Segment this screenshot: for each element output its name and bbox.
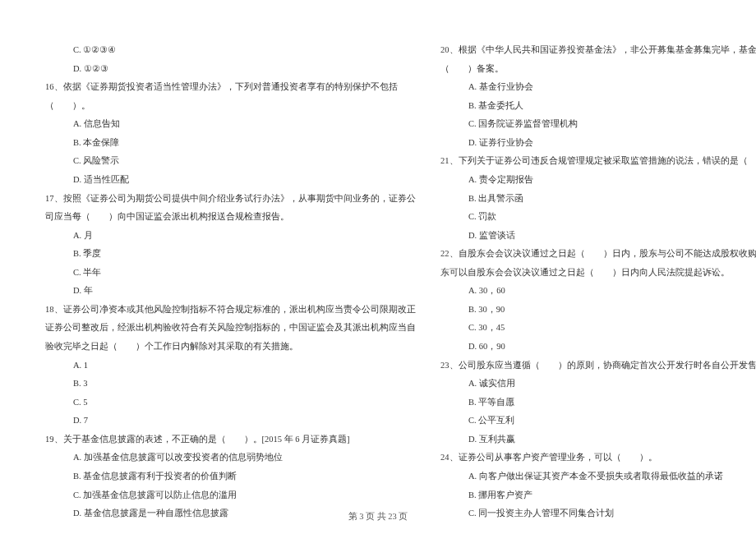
q18-stem-3: 验收完毕之日起（ ）个工作日内解除对其采取的有关措施。 <box>45 338 416 357</box>
q21-option-a: A. 责令定期报告 <box>440 171 756 190</box>
right-column: 20、根据《中华人民共和国证券投资基金法》，非公开募集基金募集完毕，基金管理人应… <box>440 41 756 501</box>
q17-option-b: B. 季度 <box>45 245 416 264</box>
q20-stem-1: 20、根据《中华人民共和国证券投资基金法》，非公开募集基金募集完毕，基金管理人应… <box>440 41 756 60</box>
q23-option-a: A. 诚实信用 <box>440 375 756 394</box>
q18-option-b: B. 3 <box>45 375 416 394</box>
q22-option-d: D. 60，90 <box>440 338 756 357</box>
q18-stem-2: 证券公司整改后，经派出机构验收符合有关风险控制指标的，中国证监会及其派出机构应当… <box>45 319 416 338</box>
q22-stem-1: 22、自股东会会议决议通过之日起（ ）日内，股东与公司不能达成股权收购协议 的，… <box>440 245 756 264</box>
q22-option-a: A. 30，60 <box>440 282 756 301</box>
q21-option-c: C. 罚款 <box>440 208 756 227</box>
q22-option-c: C. 30，45 <box>440 319 756 338</box>
q24-option-a: A. 向客户做出保证其资产本金不受损失或者取得最低收益的承诺 <box>440 467 756 486</box>
q22-option-b: B. 30，90 <box>440 301 756 320</box>
q18-stem-1: 18、证券公司净资本或其他风险控制指标不符合规定标准的，派出机构应当责令公司限期… <box>45 301 416 320</box>
q17-option-d: D. 年 <box>45 282 416 301</box>
q18-option-c: C. 5 <box>45 394 416 412</box>
q23-option-b: B. 平等自愿 <box>440 394 756 412</box>
q20-option-b: B. 基金委托人 <box>440 97 756 116</box>
q22-stem-2: 东可以自股东会会议决议通过之日起（ ）日内向人民法院提起诉讼。 <box>440 264 756 283</box>
q20-stem-2: （ ）备案。 <box>440 60 756 79</box>
q16-stem-2: （ ）。 <box>45 97 416 116</box>
q20-option-a: A. 基金行业协会 <box>440 78 756 97</box>
q16-stem-1: 16、依据《证券期货投资者适当性管理办法》，下列对普通投资者享有的特别保护不包括 <box>45 78 416 97</box>
q19-option-b: B. 基金信息披露有利于投资者的价值判断 <box>45 467 416 486</box>
left-column: C. ①②③④ D. ①②③ 16、依据《证券期货投资者适当性管理办法》，下列对… <box>45 41 416 501</box>
q17-stem-1: 17、按照《证券公司为期货公司提供中间介绍业务试行办法》，从事期货中间业务的，证… <box>45 190 416 209</box>
q23-option-c: C. 公平互利 <box>440 412 756 430</box>
q18-option-a: A. 1 <box>45 357 416 375</box>
q20-option-c: C. 国务院证券监督管理机构 <box>440 115 756 134</box>
q19-option-a: A. 加强基金信息披露可以改变投资者的信息弱势地位 <box>45 449 416 467</box>
q16-option-d: D. 适当性匹配 <box>45 171 416 190</box>
q19-stem-1: 19、关于基金信息披露的表述，不正确的是（ ）。[2015 年 6 月证券真题] <box>45 430 416 449</box>
option-c: C. ①②③④ <box>45 41 416 60</box>
q19-option-c: C. 加强基金信息披露可以防止信息的滥用 <box>45 486 416 505</box>
q17-option-a: A. 月 <box>45 227 416 246</box>
page-content: C. ①②③④ D. ①②③ 16、依据《证券期货投资者适当性管理办法》，下列对… <box>45 41 711 501</box>
q24-option-b: B. 挪用客户资产 <box>440 486 756 505</box>
q24-stem-1: 24、证券公司从事客户资产管理业务，可以（ ）。 <box>440 449 756 467</box>
q23-stem-1: 23、公司股东应当遵循（ ）的原则，协商确定首次公开发行时各自公开发售股份的数量… <box>440 357 756 375</box>
q21-stem-1: 21、下列关于证券公司违反合规管理规定被采取监管措施的说法，错误的是（ ）。 <box>440 152 756 171</box>
q18-option-d: D. 7 <box>45 412 416 430</box>
q23-option-d: D. 互利共赢 <box>440 430 756 449</box>
q21-option-d: D. 监管谈话 <box>440 227 756 246</box>
q16-option-a: A. 信息告知 <box>45 115 416 134</box>
page-footer: 第 3 页 共 23 页 <box>0 511 756 522</box>
option-d: D. ①②③ <box>45 60 416 79</box>
q21-option-b: B. 出具警示函 <box>440 190 756 209</box>
q16-option-b: B. 本金保障 <box>45 134 416 153</box>
q20-option-d: D. 证券行业协会 <box>440 134 756 153</box>
q17-stem-2: 司应当每（ ）向中国证监会派出机构报送合规检查报告。 <box>45 208 416 227</box>
q17-option-c: C. 半年 <box>45 264 416 283</box>
q16-option-c: C. 风险警示 <box>45 152 416 171</box>
